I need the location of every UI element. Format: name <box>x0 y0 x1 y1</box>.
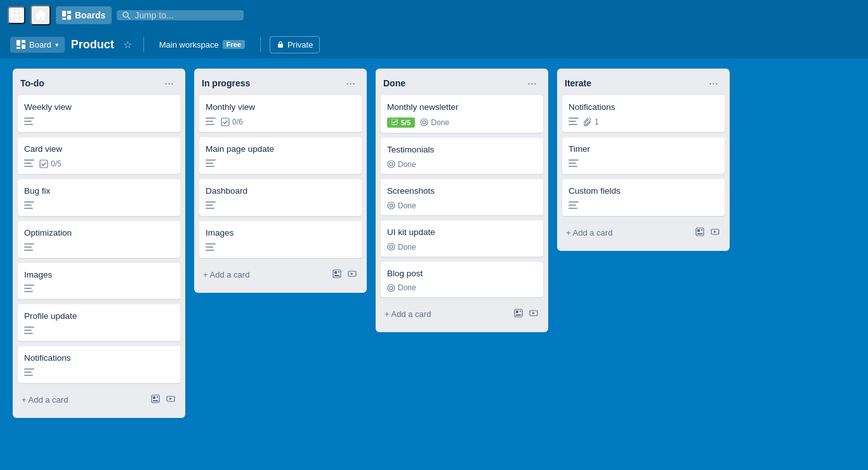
card-notifications-iter[interactable]: Notifications1 <box>562 95 725 132</box>
card-meta-ui-kit-update: Done <box>387 243 537 252</box>
svg-rect-36 <box>24 326 34 328</box>
card-custom-fields[interactable]: Custom fields <box>562 179 725 216</box>
svg-rect-64 <box>334 275 339 276</box>
add-card-button-iterate[interactable]: + Add a card <box>562 221 725 245</box>
svg-point-71 <box>390 163 393 166</box>
media-icon[interactable] <box>346 268 358 281</box>
svg-rect-8 <box>20 18 22 21</box>
card-title-weekly-view: Weekly view <box>24 102 174 114</box>
svg-rect-10 <box>67 11 71 14</box>
svg-rect-54 <box>206 166 214 167</box>
media-icon[interactable] <box>165 393 176 406</box>
card-screenshots[interactable]: ScreenshotsDone <box>381 179 543 215</box>
card-ui-kit-update[interactable]: UI kit updateDone <box>381 220 543 257</box>
svg-rect-42 <box>152 395 159 403</box>
card-title-notifications-iter: Notifications <box>569 102 718 114</box>
card-weekly-view[interactable]: Weekly view <box>18 95 180 132</box>
svg-rect-9 <box>62 11 66 17</box>
media-icon[interactable] <box>528 307 539 321</box>
add-card-button-todo[interactable]: + Add a card <box>18 388 180 412</box>
template-icon[interactable] <box>150 393 161 406</box>
card-card-view[interactable]: Card view0/5 <box>18 137 180 174</box>
card-timer[interactable]: Timer <box>562 137 725 174</box>
card-dashboard[interactable]: Dashboard <box>199 179 362 216</box>
lines-icon <box>24 285 34 294</box>
svg-rect-15 <box>16 40 20 46</box>
star-button[interactable]: ☆ <box>121 36 135 53</box>
column-menu-button-iterate[interactable]: ··· <box>705 76 722 90</box>
svg-rect-87 <box>569 159 579 161</box>
lines-icon <box>206 201 216 211</box>
template-icon[interactable] <box>694 226 706 239</box>
column-menu-button-done[interactable]: ··· <box>523 76 541 90</box>
board-view-button[interactable]: Board ▾ <box>10 37 65 53</box>
private-label: Private <box>287 40 313 50</box>
svg-rect-49 <box>206 121 213 122</box>
card-testimonials[interactable]: TestimonialsDone <box>381 138 543 174</box>
badge-green: 5/5 <box>387 117 415 128</box>
card-notifications-todo[interactable]: Notifications <box>18 346 180 383</box>
add-card-button-done[interactable]: + Add a card <box>381 302 543 326</box>
done-badge: Done <box>387 160 416 169</box>
card-monthly-view[interactable]: Monthly view0/6 <box>199 95 362 132</box>
add-card-button-inprogress[interactable]: + Add a card <box>199 263 362 286</box>
top-nav: Boards <box>0 0 868 30</box>
lines-icon <box>24 201 34 211</box>
svg-rect-91 <box>569 205 576 206</box>
card-profile-update[interactable]: Profile update <box>18 304 180 341</box>
lines-icon <box>24 159 34 169</box>
svg-point-75 <box>390 245 393 248</box>
card-images-todo[interactable]: Images <box>18 263 180 300</box>
add-card-icons <box>513 307 539 321</box>
svg-rect-56 <box>206 205 213 206</box>
card-bug-fix[interactable]: Bug fix <box>18 179 180 216</box>
svg-rect-20 <box>24 117 34 119</box>
template-icon[interactable] <box>331 268 343 281</box>
home-button[interactable] <box>30 5 51 25</box>
svg-rect-93 <box>696 228 704 236</box>
column-menu-button-todo[interactable]: ··· <box>161 76 178 90</box>
search-input[interactable] <box>135 10 223 20</box>
svg-rect-50 <box>206 124 214 125</box>
svg-rect-79 <box>516 311 518 313</box>
card-meta-images-ip <box>206 243 355 253</box>
card-title-card-view: Card view <box>24 144 174 156</box>
column-header-todo: To-do··· <box>18 75 180 95</box>
svg-rect-59 <box>206 246 213 248</box>
card-meta-custom-fields <box>569 201 718 211</box>
template-icon[interactable] <box>513 307 524 321</box>
workspace-button[interactable]: Main workspace Free <box>153 37 251 53</box>
svg-marker-66 <box>351 272 353 275</box>
card-images-ip[interactable]: Images <box>199 221 362 258</box>
card-main-page-update[interactable]: Main page update <box>199 137 362 174</box>
svg-marker-83 <box>532 312 535 314</box>
card-monthly-newsletter[interactable]: Monthly newsletter 5/5Done <box>381 95 543 133</box>
card-meta-notifications-todo <box>24 368 174 378</box>
card-meta-optimization <box>24 243 174 253</box>
lines-icon <box>206 159 216 169</box>
svg-rect-61 <box>333 270 341 278</box>
card-title-images-ip: Images <box>206 227 355 239</box>
svg-rect-58 <box>206 243 216 245</box>
grid-menu-button[interactable] <box>8 6 25 24</box>
column-inprogress: In progress···Monthly view0/6Main page u… <box>194 69 367 293</box>
svg-rect-44 <box>157 396 158 398</box>
column-menu-button-inprogress[interactable]: ··· <box>342 76 359 90</box>
card-blog-post[interactable]: Blog postDone <box>381 262 543 298</box>
svg-rect-81 <box>516 314 521 316</box>
checklist-icon: 0/5 <box>39 159 62 168</box>
add-card-left: + Add a card <box>22 395 68 405</box>
lines-icon <box>24 243 34 253</box>
card-meta-main-page-update <box>206 159 355 169</box>
svg-rect-17 <box>22 44 25 49</box>
media-icon[interactable] <box>709 226 721 239</box>
card-meta-monthly-view: 0/6 <box>206 117 355 127</box>
private-button[interactable]: Private <box>270 36 320 53</box>
card-optimization[interactable]: Optimization <box>18 221 180 258</box>
boards-button[interactable]: Boards <box>56 6 112 24</box>
column-title-iterate: Iterate <box>565 78 591 88</box>
board-title: Product <box>71 38 114 51</box>
divider2 <box>260 37 261 52</box>
search-bar[interactable] <box>117 10 244 20</box>
add-card-left: + Add a card <box>566 228 612 238</box>
